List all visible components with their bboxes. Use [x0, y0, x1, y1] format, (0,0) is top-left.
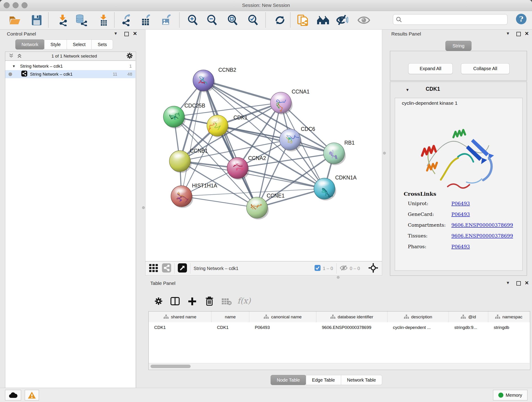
- zoom-out-icon[interactable]: [206, 14, 218, 26]
- table-cell-namespac[interactable]: stringdb: [488, 322, 530, 332]
- network-canvas[interactable]: CCNB2CCNA1CDC25BCDK1CDC6RB1CCNB1CCNA2CDK…: [145, 29, 382, 261]
- network-node-rb1[interactable]: RB1: [323, 140, 355, 165]
- collapse-all-icon[interactable]: [8, 53, 14, 59]
- import-network-from-file-icon[interactable]: [57, 14, 69, 26]
- fit-content-crosshair-icon[interactable]: [368, 263, 378, 274]
- save-session-icon[interactable]: [31, 14, 43, 26]
- control-panel-float-icon[interactable]: [124, 32, 129, 36]
- table-panel: Table Panel ▼ ✕ f(x) shared namenamecano…: [145, 279, 532, 388]
- apply-layout-icon[interactable]: [274, 14, 286, 26]
- network-options-gear-icon[interactable]: [126, 52, 133, 60]
- table-cell-canonical-name[interactable]: P06493: [249, 322, 317, 332]
- import-network-from-database-icon[interactable]: [75, 14, 87, 26]
- zoom-selected-icon[interactable]: [247, 14, 259, 26]
- tab-node-table[interactable]: Node Table: [271, 375, 306, 385]
- horizontal-splitter-handle[interactable]: [337, 276, 340, 279]
- control-panel-close-icon[interactable]: ✕: [133, 31, 137, 37]
- column-header-name[interactable]: name: [211, 312, 249, 322]
- scrollbar-thumb[interactable]: [151, 365, 191, 368]
- network-edge[interactable]: [238, 168, 324, 189]
- show-columns-icon[interactable]: [171, 297, 180, 306]
- column-header-namespac[interactable]: namespac: [488, 312, 530, 322]
- delete-column-trash-icon[interactable]: [205, 297, 214, 307]
- card-collapse-icon[interactable]: ▼: [405, 88, 409, 92]
- tab-string[interactable]: String: [445, 41, 472, 51]
- results-panel-menu-icon[interactable]: ▼: [506, 31, 510, 36]
- network-node-ccna1[interactable]: CCNA1: [270, 89, 310, 114]
- table-panel-close-icon[interactable]: ✕: [525, 280, 529, 286]
- crosslink-link[interactable]: P06493: [451, 211, 470, 217]
- delete-table-icon[interactable]: [222, 298, 232, 306]
- add-column-icon[interactable]: [188, 297, 196, 307]
- zoom-in-icon[interactable]: [187, 14, 199, 26]
- expand-all-icon[interactable]: [17, 53, 22, 59]
- detach-view-icon[interactable]: [178, 263, 187, 274]
- tab-sets[interactable]: Sets: [91, 39, 113, 50]
- import-table-from-file-icon[interactable]: [98, 14, 109, 26]
- protein-details-box: cyclin-dependent kinase 1: [395, 98, 523, 271]
- selected-checkbox-icon[interactable]: [315, 265, 321, 272]
- left-splitter-handle[interactable]: [142, 206, 145, 209]
- results-panel-close-icon[interactable]: ✕: [525, 31, 529, 37]
- table-cell-database-identifier[interactable]: 9606.ENSP00000378699: [317, 322, 387, 332]
- function-builder-icon[interactable]: f(x): [237, 296, 251, 305]
- help-button[interactable]: ?: [516, 14, 526, 24]
- search-input[interactable]: [402, 17, 507, 22]
- network-tree-parent-row[interactable]: ▼ String Network – cdk1 1: [5, 62, 135, 70]
- memory-button[interactable]: Memory: [493, 390, 527, 400]
- results-panel-float-icon[interactable]: [516, 32, 521, 36]
- tab-network[interactable]: Network: [15, 39, 44, 50]
- crosslink-label: Pharos:: [408, 244, 451, 249]
- grid-view-icon[interactable]: [149, 263, 158, 274]
- table-options-gear-icon[interactable]: [154, 297, 163, 306]
- table-cell--id[interactable]: stringdb:9...: [449, 322, 488, 332]
- export-network-icon[interactable]: [121, 14, 133, 26]
- column-header-shared-name[interactable]: shared name: [149, 312, 211, 322]
- network-graph[interactable]: CCNB2CCNA1CDC25BCDK1CDC6RB1CCNB1CCNA2CDK…: [146, 30, 382, 262]
- network-tree-child-row[interactable]: String Network – cdk1 11 48: [5, 70, 135, 78]
- expand-all-button[interactable]: Expand All: [408, 63, 453, 74]
- right-splitter-handle[interactable]: [383, 152, 386, 154]
- export-image-icon[interactable]: [160, 14, 172, 26]
- export-table-icon[interactable]: [140, 14, 152, 26]
- network-node-cdkn1a[interactable]: CDKN1A: [314, 175, 357, 200]
- network-list-header: 1 of 1 Network selected: [5, 52, 136, 61]
- tab-network-table[interactable]: Network Table: [341, 375, 382, 385]
- crosslink-link[interactable]: P06493: [451, 244, 470, 249]
- table-cell-description[interactable]: cyclin-dependent ...: [387, 322, 449, 332]
- column-header-description[interactable]: description: [387, 312, 449, 322]
- tab-style[interactable]: Style: [44, 39, 67, 50]
- cloud-status-button[interactable]: [5, 390, 21, 400]
- column-header-database-identifier[interactable]: database identifier: [317, 312, 387, 322]
- crosslink-link[interactable]: 9606.ENSP00000378699: [451, 233, 513, 239]
- protein-structure-image: [413, 109, 503, 198]
- table-cell-name[interactable]: CDK1: [211, 322, 249, 332]
- hidden-eye-slash-icon[interactable]: [340, 265, 348, 272]
- show-all-eye-icon[interactable]: [357, 14, 369, 26]
- zoom-fit-icon[interactable]: [227, 14, 239, 26]
- protein-description: cyclin-dependent kinase 1: [402, 100, 457, 106]
- crosslink-link[interactable]: 9606.ENSP00000378699: [451, 222, 513, 228]
- column-header--id[interactable]: @id: [449, 312, 488, 322]
- table-horizontal-scrollbar[interactable]: [149, 363, 530, 370]
- control-panel-menu-icon[interactable]: ▼: [114, 31, 118, 36]
- title-bar: Session: New Session: [0, 0, 532, 11]
- tree-expand-icon[interactable]: ▼: [12, 64, 16, 68]
- tab-select[interactable]: Select: [67, 39, 92, 50]
- copy-network-icon[interactable]: [297, 14, 309, 26]
- crosslink-link[interactable]: P06493: [451, 201, 470, 206]
- column-header-canonical-name[interactable]: canonical name: [249, 312, 317, 322]
- warning-status-button[interactable]: [25, 390, 39, 400]
- open-session-icon[interactable]: [9, 14, 21, 26]
- homes-icon[interactable]: [317, 14, 329, 26]
- hide-selected-eye-slash-icon[interactable]: [336, 14, 348, 26]
- status-bar: Memory: [0, 388, 532, 402]
- network-node-ccnb1[interactable]: CCNB1: [169, 148, 208, 173]
- table-panel-menu-icon[interactable]: ▼: [506, 281, 510, 285]
- birds-eye-view-icon[interactable]: [162, 263, 171, 274]
- tab-edge-table[interactable]: Edge Table: [306, 375, 341, 385]
- collapse-all-button[interactable]: Collapse All: [461, 63, 510, 74]
- network-view-toolbar: String Network – cdk1 1 – 0 0 – 0: [145, 261, 382, 275]
- table-cell-shared-name[interactable]: CDK1: [149, 322, 211, 332]
- table-panel-float-icon[interactable]: [516, 281, 521, 286]
